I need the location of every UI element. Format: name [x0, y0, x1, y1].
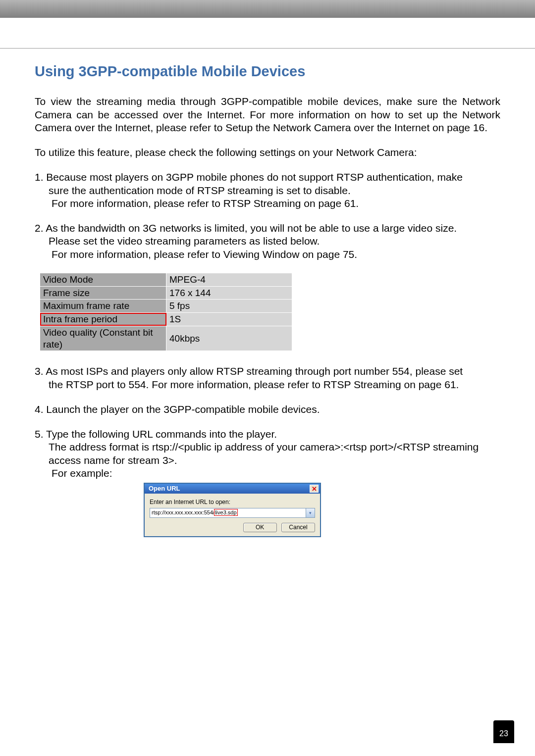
ok-button[interactable]: OK — [243, 523, 277, 532]
url-prefix-text: rtsp://xxx.xxx.xxx.xxx:554/ — [152, 509, 214, 515]
list-item-1: 1. Because most players on 3GPP mobile p… — [35, 171, 500, 210]
url-input[interactable]: rtsp://xxx.xxx.xxx.xxx:554/live3.sdp — [150, 508, 306, 518]
intro-paragraph: To view the streaming media through 3GPP… — [35, 95, 500, 134]
list-item-5-line4: For example: — [35, 467, 500, 480]
list-item-3-line2: the RTSP port to 554. For more informati… — [35, 378, 500, 391]
table-row: Maximum frame rate 5 fps — [40, 300, 292, 313]
dialog-button-row: OK Cancel — [150, 523, 315, 532]
table-row: Video quality (Constant bit rate) 40kbps — [40, 326, 292, 351]
list-item-1-line3: For more information, please refer to RT… — [35, 197, 500, 210]
setting-label: Maximum frame rate — [40, 300, 166, 313]
list-item-4: 4. Launch the player on the 3GPP-compati… — [35, 403, 500, 416]
setting-label: Video Mode — [40, 273, 166, 286]
list-item-2: 2. As the bandwidth on 3G networks is li… — [35, 222, 500, 261]
top-spacer — [0, 18, 535, 49]
list-item-1-line2: sure the authentication mode of RTSP str… — [35, 184, 500, 197]
top-gradient-bar — [0, 0, 535, 18]
page-number-badge: 23 — [493, 720, 514, 743]
check-settings-line: To utilize this feature, please check th… — [35, 146, 500, 159]
list-item-5: 5. Type the following URL commands into … — [35, 428, 500, 480]
list-item-2-line1: 2. As the bandwidth on 3G networks is li… — [35, 222, 457, 234]
setting-value: 5 fps — [166, 300, 292, 313]
setting-value: MPEG-4 — [166, 273, 292, 286]
setting-label: Intra frame period — [40, 313, 166, 326]
page-content: Using 3GPP-compatible Mobile Devices To … — [0, 49, 535, 537]
dialog-input-label: Enter an Internet URL to open: — [150, 499, 315, 506]
setting-value: 1S — [166, 313, 292, 326]
url-input-row: rtsp://xxx.xxx.xxx.xxx:554/live3.sdp ▾ — [150, 508, 315, 518]
video-settings-table: Video Mode MPEG-4 Frame size 176 x 144 M… — [40, 273, 292, 352]
setting-value: 40kbps — [166, 326, 292, 351]
table-row: Intra frame period 1S — [40, 313, 292, 326]
section-heading: Using 3GPP-compatible Mobile Devices — [35, 62, 500, 80]
dialog-body: Enter an Internet URL to open: rtsp://xx… — [145, 494, 320, 536]
setting-value: 176 x 144 — [166, 286, 292, 300]
list-item-5-line3: access name for stream 3>. — [35, 454, 500, 467]
setting-label: Frame size — [40, 286, 166, 300]
list-item-5-line1: 5. Type the following URL commands into … — [35, 428, 277, 440]
list-item-2-line2: Please set the video streaming parameter… — [35, 235, 500, 248]
close-icon[interactable]: ✕ — [310, 485, 319, 493]
list-item-5-line2: The address format is rtsp://<public ip … — [35, 441, 500, 454]
list-item-2-line3: For more information, please refer to Vi… — [35, 248, 500, 261]
list-item-3: 3. As most ISPs and players only allow R… — [35, 365, 500, 391]
list-item-3-line1: 3. As most ISPs and players only allow R… — [35, 365, 463, 377]
dialog-titlebar[interactable]: Open URL ✕ — [145, 484, 320, 494]
open-url-dialog: Open URL ✕ Enter an Internet URL to open… — [144, 483, 321, 537]
dialog-title: Open URL — [149, 485, 180, 493]
table-row: Frame size 176 x 144 — [40, 286, 292, 300]
table-row: Video Mode MPEG-4 — [40, 273, 292, 286]
chevron-down-icon[interactable]: ▾ — [306, 508, 315, 518]
url-highlight-text: live3.sdp — [214, 509, 237, 516]
setting-label: Video quality (Constant bit rate) — [40, 326, 166, 351]
cancel-button[interactable]: Cancel — [281, 523, 315, 532]
list-item-1-line1: 1. Because most players on 3GPP mobile p… — [35, 171, 463, 183]
